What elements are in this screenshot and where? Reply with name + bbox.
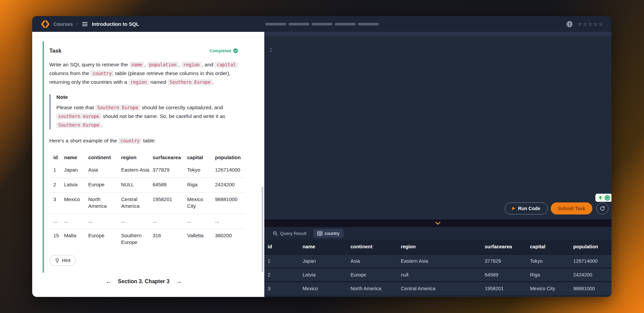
- breadcrumb-courses[interactable]: Courses: [53, 21, 73, 27]
- cell: ...: [187, 214, 215, 229]
- cell: Asia: [88, 163, 121, 178]
- zoom-in-icon: [273, 231, 278, 236]
- panel-resize-divider[interactable]: [264, 220, 611, 227]
- inline-code: capital: [215, 62, 238, 68]
- cell: 380200: [215, 229, 245, 250]
- cell: 2: [264, 268, 300, 282]
- cell: ...: [64, 214, 88, 229]
- progress-segment-4[interactable]: [335, 23, 356, 25]
- cell: ...: [49, 214, 64, 229]
- cell: Tokyo: [187, 163, 215, 178]
- col-header: id: [49, 151, 64, 163]
- progress-segment-3[interactable]: [312, 23, 332, 25]
- col-header: continent: [348, 240, 398, 254]
- table-header-row: id name continent region surfacearea cap…: [49, 151, 245, 163]
- progress-segment-5[interactable]: [358, 23, 379, 25]
- task-panel-scrollbar[interactable]: [262, 187, 263, 272]
- cell: Latvia: [64, 178, 88, 193]
- editor-line-number: 1: [269, 47, 272, 53]
- col-header: id: [264, 240, 300, 254]
- breadcrumb-separator: /: [76, 21, 78, 27]
- prev-chapter-button[interactable]: ←: [106, 278, 112, 285]
- inline-code: Southern Europe: [56, 122, 101, 128]
- col-header: surfacearea: [482, 240, 527, 254]
- cell: North America: [348, 282, 398, 295]
- top-header-bar: Courses / Introduction to SQL ☆ ☆: [32, 16, 611, 32]
- note-text: Please note that Southern Europe should …: [56, 103, 238, 129]
- cell: 98881000: [215, 193, 245, 214]
- results-panel: Query Result country: [264, 227, 611, 297]
- star-icon[interactable]: ☆: [588, 21, 592, 27]
- hint-label: Hint: [62, 258, 70, 263]
- note-callout: Note Please note that Southern Europe sh…: [49, 94, 238, 129]
- course-menu-icon[interactable]: [82, 21, 88, 27]
- cell: ...: [153, 214, 187, 229]
- star-icon[interactable]: ☆: [593, 21, 598, 27]
- cell: null: [398, 268, 482, 282]
- text-run: .: [213, 79, 214, 85]
- star-icon[interactable]: ☆: [583, 21, 587, 27]
- inline-code: region: [128, 79, 149, 85]
- cell: 126714000: [215, 163, 245, 178]
- table-icon: [317, 231, 322, 236]
- cell: Japan: [64, 163, 88, 178]
- example-country-table: id name continent region surfacearea cap…: [49, 151, 245, 250]
- chevron-down-icon[interactable]: [435, 222, 440, 225]
- text-run: should not be the same. So, be careful a…: [101, 113, 225, 119]
- progress-segment-2[interactable]: [288, 23, 309, 25]
- cell: 3: [49, 193, 64, 214]
- hint-button[interactable]: Hint: [49, 255, 76, 266]
- star-icon[interactable]: ☆: [578, 21, 582, 27]
- extension-pin-icon[interactable]: [598, 195, 603, 200]
- rating-stars: ☆ ☆ ☆ ☆ ☆: [578, 21, 603, 27]
- cell: 64589: [153, 178, 187, 193]
- codefinity-logo-icon[interactable]: [41, 20, 50, 28]
- col-header: continent: [88, 151, 121, 163]
- cell: Riga: [187, 178, 215, 193]
- code-editor[interactable]: 1 Run Code Su: [264, 32, 611, 220]
- text-run: should be correctly capitalized, and: [140, 105, 223, 110]
- tab-country[interactable]: country: [313, 229, 343, 238]
- task-description: Write an SQL query to retrieve the name,…: [49, 60, 238, 86]
- chapter-navigation: ← Section 3. Chapter 3 →: [49, 278, 238, 285]
- globe-language-icon[interactable]: [566, 21, 573, 27]
- cell: 316: [153, 229, 187, 250]
- cell: 2: [49, 178, 64, 193]
- col-header: capital: [187, 151, 215, 163]
- tab-label: Query Result: [280, 231, 307, 236]
- cell: Central America: [398, 282, 482, 295]
- star-icon[interactable]: ☆: [598, 21, 603, 27]
- cell: Europe: [88, 229, 121, 250]
- col-header: region: [121, 151, 153, 163]
- query-result-table: id name continent region surfacearea cap…: [264, 240, 611, 295]
- progress-segment-1[interactable]: [265, 23, 286, 25]
- cell: 2424200: [571, 268, 611, 282]
- text-run: ,: [178, 62, 181, 67]
- inline-code: country: [118, 138, 142, 144]
- next-chapter-button[interactable]: →: [175, 278, 182, 285]
- cell: 1958201: [153, 193, 187, 214]
- chapter-label: Section 3. Chapter 3: [118, 278, 170, 285]
- inline-code: southern europe: [56, 113, 101, 119]
- text-run: named: [149, 79, 168, 85]
- reset-code-button[interactable]: [596, 202, 608, 214]
- extension-g-icon[interactable]: [604, 195, 610, 201]
- play-icon: [512, 207, 515, 210]
- editor-topbar: [264, 32, 611, 36]
- text-run: Write an SQL query to retrieve the: [49, 62, 129, 67]
- cell: 377829: [153, 163, 187, 178]
- result-row: 3MexicoNorth AmericaCentral America19582…: [264, 282, 611, 295]
- col-header: population: [571, 240, 611, 254]
- table-row-ellipsis: .....................: [49, 214, 245, 229]
- cell: Central America: [121, 193, 153, 214]
- cell: Valletta: [187, 229, 215, 250]
- submit-task-button[interactable]: Submit Task: [551, 202, 592, 214]
- inline-code: country: [91, 70, 114, 76]
- text-run: , and: [202, 62, 215, 67]
- run-code-button[interactable]: Run Code: [505, 202, 548, 214]
- check-circle-icon: [233, 48, 238, 53]
- col-header: name: [300, 240, 348, 254]
- tab-query-result[interactable]: Query Result: [269, 229, 311, 238]
- cell: ...: [215, 214, 245, 229]
- browser-extension-badge[interactable]: [595, 194, 611, 202]
